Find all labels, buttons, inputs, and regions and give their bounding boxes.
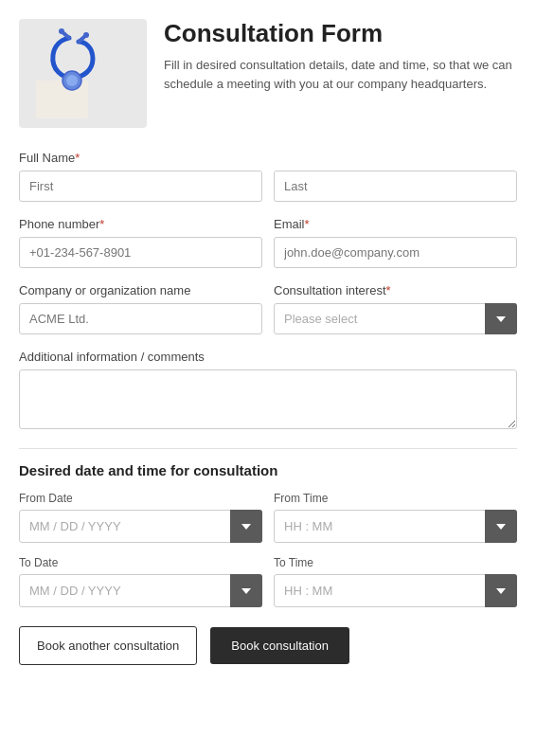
email-label: Email*	[274, 217, 517, 231]
phone-col: Phone number*	[19, 217, 262, 268]
company-input[interactable]	[19, 303, 262, 334]
from-time-label: From Time	[274, 492, 517, 505]
svg-point-3	[59, 28, 64, 34]
header-image	[19, 19, 147, 128]
first-name-col	[19, 171, 262, 202]
full-name-label: Full Name*	[19, 151, 517, 165]
to-time-col: To Time HH : MM	[274, 556, 517, 607]
company-interest-row: Company or organization name Consultatio…	[19, 283, 517, 334]
full-name-row	[19, 171, 517, 202]
date-time-heading: Desired date and time for consultation	[19, 462, 517, 478]
to-date-label: To Date	[19, 556, 262, 569]
to-time-select[interactable]: HH : MM	[274, 574, 517, 607]
additional-info-label: Additional information / comments	[19, 350, 517, 364]
last-name-col	[274, 171, 517, 202]
section-divider	[19, 448, 517, 449]
company-col: Company or organization name	[19, 283, 262, 334]
from-date-wrapper: MM / DD / YYYY	[19, 510, 262, 543]
company-label: Company or organization name	[19, 283, 262, 297]
phone-email-section: Phone number* Email*	[19, 217, 517, 268]
buttons-row: Book another consultation Book consultat…	[19, 626, 517, 665]
to-time-wrapper: HH : MM	[274, 574, 517, 607]
form-description: Fill in desired consultation details, da…	[164, 56, 517, 93]
svg-point-6	[66, 75, 78, 86]
header-text-block: Consultation Form Fill in desired consul…	[164, 19, 517, 93]
stethoscope-icon	[36, 28, 131, 118]
book-another-button[interactable]: Book another consultation	[19, 626, 197, 665]
from-date-time-row: From Date MM / DD / YYYY From Time HH : …	[19, 492, 517, 543]
first-name-input[interactable]	[19, 171, 262, 202]
company-interest-section: Company or organization name Consultatio…	[19, 283, 517, 334]
phone-input[interactable]	[19, 237, 262, 268]
from-date-label: From Date	[19, 492, 262, 505]
last-name-input[interactable]	[274, 171, 517, 202]
book-consultation-button[interactable]: Book consultation	[210, 627, 349, 664]
email-input[interactable]	[274, 237, 517, 268]
full-name-section: Full Name*	[19, 151, 517, 202]
consultation-interest-select[interactable]: Please select General Medical Specialist	[274, 303, 517, 334]
consultation-interest-label: Consultation interest*	[274, 283, 517, 297]
to-date-time-row: To Date MM / DD / YYYY To Time HH : MM	[19, 556, 517, 607]
email-col: Email*	[274, 217, 517, 268]
additional-info-textarea[interactable]	[19, 369, 517, 429]
from-time-col: From Time HH : MM	[274, 492, 517, 543]
form-header: Consultation Form Fill in desired consul…	[19, 19, 517, 128]
consultation-interest-wrapper: Please select General Medical Specialist	[274, 303, 517, 334]
phone-label: Phone number*	[19, 217, 262, 231]
to-date-select[interactable]: MM / DD / YYYY	[19, 574, 262, 607]
form-title: Consultation Form	[164, 19, 517, 48]
from-date-col: From Date MM / DD / YYYY	[19, 492, 262, 543]
from-date-select[interactable]: MM / DD / YYYY	[19, 510, 262, 543]
from-time-wrapper: HH : MM	[274, 510, 517, 543]
to-time-label: To Time	[274, 556, 517, 569]
svg-point-4	[83, 32, 89, 38]
consultation-interest-col: Consultation interest* Please select Gen…	[274, 283, 517, 334]
to-date-wrapper: MM / DD / YYYY	[19, 574, 262, 607]
to-date-col: To Date MM / DD / YYYY	[19, 556, 262, 607]
additional-info-section: Additional information / comments	[19, 350, 517, 433]
from-time-select[interactable]: HH : MM	[274, 510, 517, 543]
phone-email-row: Phone number* Email*	[19, 217, 517, 268]
